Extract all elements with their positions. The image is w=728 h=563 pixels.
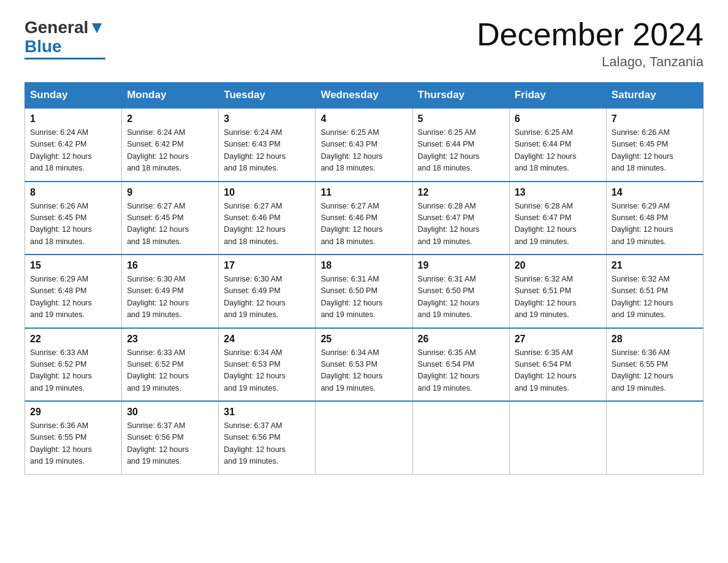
weekday-header-monday: Monday	[122, 83, 219, 109]
day-number: 28	[612, 334, 698, 345]
day-info: Sunrise: 6:28 AM Sunset: 6:47 PM Dayligh…	[515, 201, 601, 248]
day-number: 1	[30, 113, 116, 124]
day-number: 23	[127, 334, 213, 345]
calendar-week-4: 22 Sunrise: 6:33 AM Sunset: 6:52 PM Dayl…	[25, 328, 703, 402]
day-info: Sunrise: 6:37 AM Sunset: 6:56 PM Dayligh…	[224, 420, 310, 468]
month-title: December 2024	[477, 18, 703, 50]
day-info: Sunrise: 6:32 AM Sunset: 6:51 PM Dayligh…	[515, 274, 601, 321]
day-number: 18	[320, 260, 407, 271]
calendar-week-2: 8 Sunrise: 6:26 AM Sunset: 6:45 PM Dayli…	[25, 182, 703, 255]
calendar-day-5: 5 Sunrise: 6:25 AM Sunset: 6:44 PM Dayli…	[412, 108, 509, 182]
day-info: Sunrise: 6:35 AM Sunset: 6:54 PM Dayligh…	[515, 347, 601, 395]
day-number: 9	[127, 187, 213, 198]
logo-underline	[25, 58, 105, 59]
day-info: Sunrise: 6:27 AM Sunset: 6:46 PM Dayligh…	[320, 201, 407, 248]
day-info: Sunrise: 6:33 AM Sunset: 6:52 PM Dayligh…	[127, 347, 213, 395]
day-number: 21	[612, 260, 698, 271]
calendar-day-30: 30 Sunrise: 6:37 AM Sunset: 6:56 PM Dayl…	[122, 401, 219, 474]
calendar-day-3: 3 Sunrise: 6:24 AM Sunset: 6:43 PM Dayli…	[219, 108, 316, 182]
day-number: 29	[30, 407, 116, 418]
day-number: 15	[30, 260, 116, 271]
day-number: 22	[30, 334, 116, 345]
day-info: Sunrise: 6:37 AM Sunset: 6:56 PM Dayligh…	[127, 420, 213, 468]
calendar-day-26: 26 Sunrise: 6:35 AM Sunset: 6:54 PM Dayl…	[412, 328, 509, 402]
calendar-day-18: 18 Sunrise: 6:31 AM Sunset: 6:50 PM Dayl…	[316, 255, 412, 328]
calendar-day-1: 1 Sunrise: 6:24 AM Sunset: 6:42 PM Dayli…	[25, 108, 122, 182]
day-info: Sunrise: 6:29 AM Sunset: 6:48 PM Dayligh…	[612, 201, 698, 248]
calendar-day-24: 24 Sunrise: 6:34 AM Sunset: 6:53 PM Dayl…	[219, 328, 316, 402]
day-number: 6	[515, 113, 601, 124]
day-number: 12	[418, 187, 504, 198]
day-number: 26	[418, 334, 504, 345]
day-info: Sunrise: 6:32 AM Sunset: 6:51 PM Dayligh…	[612, 274, 698, 321]
day-info: Sunrise: 6:34 AM Sunset: 6:53 PM Dayligh…	[320, 347, 407, 395]
calendar-day-20: 20 Sunrise: 6:32 AM Sunset: 6:51 PM Dayl…	[509, 255, 606, 328]
day-number: 8	[30, 187, 116, 198]
day-info: Sunrise: 6:25 AM Sunset: 6:43 PM Dayligh…	[320, 127, 407, 175]
weekday-header-row: SundayMondayTuesdayWednesdayThursdayFrid…	[25, 83, 703, 109]
calendar-day-14: 14 Sunrise: 6:29 AM Sunset: 6:48 PM Dayl…	[606, 182, 703, 255]
calendar-day-empty	[316, 401, 412, 474]
calendar-day-31: 31 Sunrise: 6:37 AM Sunset: 6:56 PM Dayl…	[219, 401, 316, 474]
day-info: Sunrise: 6:26 AM Sunset: 6:45 PM Dayligh…	[30, 201, 116, 248]
day-number: 30	[127, 407, 213, 418]
calendar-day-27: 27 Sunrise: 6:35 AM Sunset: 6:54 PM Dayl…	[509, 328, 606, 402]
logo: General▼ Blue	[25, 18, 105, 59]
calendar-day-11: 11 Sunrise: 6:27 AM Sunset: 6:46 PM Dayl…	[316, 182, 412, 255]
calendar-day-8: 8 Sunrise: 6:26 AM Sunset: 6:45 PM Dayli…	[25, 182, 122, 255]
day-number: 14	[612, 187, 698, 198]
logo-text: General▼ Blue	[25, 18, 105, 56]
calendar-day-2: 2 Sunrise: 6:24 AM Sunset: 6:42 PM Dayli…	[122, 108, 219, 182]
calendar-day-23: 23 Sunrise: 6:33 AM Sunset: 6:52 PM Dayl…	[122, 328, 219, 402]
calendar-day-21: 21 Sunrise: 6:32 AM Sunset: 6:51 PM Dayl…	[606, 255, 703, 328]
page-header: General▼ Blue December 2024 Lalago, Tanz…	[25, 18, 703, 70]
calendar-day-12: 12 Sunrise: 6:28 AM Sunset: 6:47 PM Dayl…	[412, 182, 509, 255]
calendar-table: SundayMondayTuesdayWednesdayThursdayFrid…	[25, 82, 703, 475]
day-info: Sunrise: 6:30 AM Sunset: 6:49 PM Dayligh…	[127, 274, 213, 321]
day-info: Sunrise: 6:24 AM Sunset: 6:42 PM Dayligh…	[127, 127, 213, 175]
calendar-day-13: 13 Sunrise: 6:28 AM Sunset: 6:47 PM Dayl…	[509, 182, 606, 255]
day-number: 20	[515, 260, 601, 271]
weekday-header-friday: Friday	[509, 83, 606, 109]
calendar-day-9: 9 Sunrise: 6:27 AM Sunset: 6:45 PM Dayli…	[122, 182, 219, 255]
day-info: Sunrise: 6:35 AM Sunset: 6:54 PM Dayligh…	[418, 347, 504, 395]
calendar-day-empty	[412, 401, 509, 474]
day-number: 25	[320, 334, 407, 345]
weekday-header-wednesday: Wednesday	[316, 83, 412, 109]
day-number: 16	[127, 260, 213, 271]
calendar-day-16: 16 Sunrise: 6:30 AM Sunset: 6:49 PM Dayl…	[122, 255, 219, 328]
weekday-header-thursday: Thursday	[412, 83, 509, 109]
calendar-week-3: 15 Sunrise: 6:29 AM Sunset: 6:48 PM Dayl…	[25, 255, 703, 328]
day-info: Sunrise: 6:33 AM Sunset: 6:52 PM Dayligh…	[30, 347, 116, 395]
day-info: Sunrise: 6:27 AM Sunset: 6:45 PM Dayligh…	[127, 201, 213, 248]
weekday-header-sunday: Sunday	[25, 83, 122, 109]
day-info: Sunrise: 6:27 AM Sunset: 6:46 PM Dayligh…	[224, 201, 310, 248]
day-info: Sunrise: 6:25 AM Sunset: 6:44 PM Dayligh…	[515, 127, 601, 175]
calendar-day-4: 4 Sunrise: 6:25 AM Sunset: 6:43 PM Dayli…	[316, 108, 412, 182]
day-number: 10	[224, 187, 310, 198]
calendar-day-19: 19 Sunrise: 6:31 AM Sunset: 6:50 PM Dayl…	[412, 255, 509, 328]
day-number: 4	[320, 113, 407, 124]
calendar-day-6: 6 Sunrise: 6:25 AM Sunset: 6:44 PM Dayli…	[509, 108, 606, 182]
title-area: December 2024 Lalago, Tanzania	[477, 18, 703, 70]
calendar-day-empty	[509, 401, 606, 474]
day-info: Sunrise: 6:24 AM Sunset: 6:43 PM Dayligh…	[224, 127, 310, 175]
day-number: 11	[320, 187, 407, 198]
weekday-header-saturday: Saturday	[606, 83, 703, 109]
day-info: Sunrise: 6:25 AM Sunset: 6:44 PM Dayligh…	[418, 127, 504, 175]
day-number: 3	[224, 113, 310, 124]
day-info: Sunrise: 6:31 AM Sunset: 6:50 PM Dayligh…	[320, 274, 407, 321]
calendar-day-15: 15 Sunrise: 6:29 AM Sunset: 6:48 PM Dayl…	[25, 255, 122, 328]
calendar-day-10: 10 Sunrise: 6:27 AM Sunset: 6:46 PM Dayl…	[219, 182, 316, 255]
calendar-week-5: 29 Sunrise: 6:36 AM Sunset: 6:55 PM Dayl…	[25, 401, 703, 474]
day-info: Sunrise: 6:24 AM Sunset: 6:42 PM Dayligh…	[30, 127, 116, 175]
day-number: 24	[224, 334, 310, 345]
day-number: 19	[418, 260, 504, 271]
weekday-header-tuesday: Tuesday	[219, 83, 316, 109]
day-info: Sunrise: 6:26 AM Sunset: 6:45 PM Dayligh…	[612, 127, 698, 175]
calendar-day-28: 28 Sunrise: 6:36 AM Sunset: 6:55 PM Dayl…	[606, 328, 703, 402]
location: Lalago, Tanzania	[477, 54, 703, 70]
day-info: Sunrise: 6:29 AM Sunset: 6:48 PM Dayligh…	[30, 274, 116, 321]
calendar-day-empty	[606, 401, 703, 474]
calendar-day-17: 17 Sunrise: 6:30 AM Sunset: 6:49 PM Dayl…	[219, 255, 316, 328]
